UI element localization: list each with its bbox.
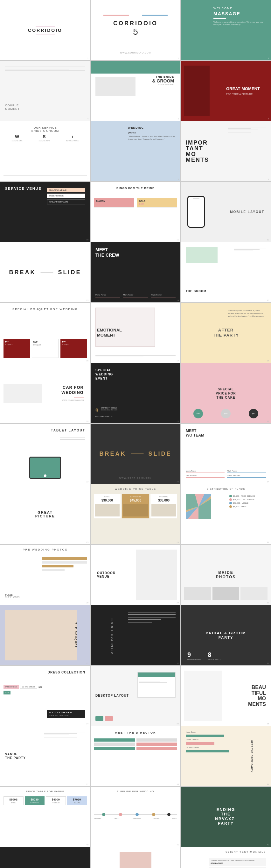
slide-14-title: MEETTHE CREW	[95, 247, 119, 258]
slide-40-title: PRICE TABLE FOR VANUE	[26, 790, 65, 793]
slide-12-phone	[188, 196, 205, 228]
slide-40: PRICE TABLE FOR VANUE $500S BASIC $8030 …	[0, 786, 90, 847]
slide-16-title: SPECIAL BOUQUET FOR WEDDING	[12, 308, 78, 311]
slide-40-c3: $4000 PREMIUM	[46, 796, 66, 805]
slide-32-title: AFTER PARTY NIGHT	[110, 617, 113, 654]
slide-27-pie	[186, 494, 211, 519]
slide-34-suit: SUIT COLLECTION BLACK SUIT WHITE SUIT	[47, 710, 85, 718]
slide-20-num: 20	[176, 420, 179, 422]
slide-19-content: CAR FORWEDDING WWW.CORRIDOIO.COM	[61, 385, 83, 401]
slide-23-line	[131, 454, 144, 454]
slide-9-num: 9	[268, 178, 269, 180]
slide-4-subtitle-text: MOMENT	[5, 107, 20, 111]
slide-28: PRE WEDDING PHOTOS PLACE THE PHOTOS 28	[0, 545, 90, 605]
slide-20-content: SPECIALWEDDINGEVENT	[95, 368, 113, 380]
dot-3	[135, 813, 139, 816]
slide-17-box	[95, 308, 155, 347]
legend-4: $8,500 - MUSIC	[229, 505, 268, 508]
dot-4	[152, 813, 155, 816]
slide-6-num: 6	[268, 118, 269, 120]
slide-24-row2: Grace Porter Lucas Plummer	[186, 474, 266, 477]
slide-8-num: 8	[178, 178, 179, 180]
tl2	[5, 68, 53, 68]
tl1	[5, 66, 85, 67]
slide-2-sub: WWW.CORRIDOIO.COM	[91, 52, 180, 54]
slide-34-num: 34	[86, 723, 89, 725]
slide-23-url: WWW.CORRIDOIO.COM	[91, 477, 180, 479]
slide-1-num: 1	[88, 57, 89, 59]
slide-41-num: 41	[176, 844, 179, 846]
slide-23-break-word: BREAK	[99, 451, 126, 457]
dot-2	[119, 813, 122, 816]
slide-5-bride: THE BRIDE & GROOM John & Jane Smith	[153, 75, 174, 85]
slide-3-line	[213, 18, 226, 19]
slide-22-num: 22	[86, 481, 89, 483]
slide-26-table: BASIC $30,000 STANDARD $45,000 PREMIUM $…	[94, 494, 177, 518]
slide-38-boxes	[94, 738, 177, 751]
legend-3: $50,000 - VENUE	[229, 502, 268, 504]
slide-7-icons: W SERVICE ONE S SERVICE TWO i SERVICE TH…	[3, 134, 87, 142]
slide-7-num: 7	[88, 178, 89, 180]
slide-19-image-area	[3, 384, 42, 403]
slide-11-num: 11	[176, 239, 179, 241]
slide-12-label: MOBILE LAYOUT	[230, 210, 264, 214]
slide-4-title: COUPLE MOMENT	[5, 104, 20, 111]
slide-38-title: MEET THE DIRECTOR	[115, 731, 156, 734]
slide-5-photo-area	[95, 77, 135, 116]
slide-9-content: IMPORTANTMOMENTS	[186, 140, 209, 163]
slide-42-num: 42	[267, 844, 269, 846]
slide-19-num: 19	[86, 420, 89, 422]
slide-45-q1: "The best wedding planner I have ever se…	[209, 858, 266, 866]
slide-25-num: 25	[86, 541, 89, 543]
slide-2: CORRIDOIO 5 WWW.CORRIDOIO.COM 2	[90, 0, 181, 61]
slide-11: RINGS FOR THE BRIDE DIAMON $95 GOLD $70 …	[90, 182, 181, 242]
slide-24-title: MEETWO TEAM	[186, 429, 204, 438]
slide-28-place: PLACE THE PHOTOS	[5, 594, 20, 598]
slide-13-slide-word: SLIDE	[58, 269, 81, 276]
slide-18-title: AFTERTHE PARTY	[213, 328, 239, 338]
slide-4-couple: COUPLE MOMENT	[5, 104, 20, 111]
slide-30-num: 30	[267, 602, 269, 604]
slide-1: CORRIDOIO 1	[0, 0, 90, 61]
slide-29: OUTDOORVENUE 29	[90, 545, 181, 605]
slide-44: SPECIAL EVENT 44	[90, 847, 181, 868]
slide-8-content: WEDDING QUOTES "When I sleep, I dream of…	[128, 126, 176, 141]
slide-12-num: 12	[267, 239, 269, 241]
slide-11-rings: DIAMON $95 GOLD $70	[94, 198, 177, 208]
slide-11-ring1: DIAMON $95	[94, 198, 134, 208]
slide-10-title: SERVICE VENUE	[5, 187, 42, 190]
slide-36-num: 36	[267, 723, 269, 725]
slide-14: MEETTHE CREW Maria Porter Mark Foster Ma…	[90, 242, 181, 303]
logo-line-2	[36, 34, 55, 34]
icon-s-label: SERVICE TWO	[39, 140, 50, 142]
slide-20-title: SPECIALWEDDINGEVENT	[95, 368, 113, 380]
slide-2-num: 2	[178, 57, 179, 59]
slide-45-quotes: "The best wedding planner I have ever se…	[209, 857, 266, 868]
slide-23-slide-word: SLIDE	[148, 451, 172, 457]
slide-5-num: 5	[178, 118, 179, 120]
slide-1-title: CORRIDOIO	[28, 28, 62, 33]
tl3	[5, 69, 69, 69]
slide-7-t1: OUR SERVICE	[32, 126, 59, 129]
slide-3: WELCOME MASSAGE Welcome to our wedding p…	[181, 0, 271, 61]
slide-39-bars: Nuria Green Marco Thomas Lucas Plummer	[186, 731, 234, 781]
slide-24-row1: Maria Porter Mark Foster	[186, 470, 266, 473]
slide-39: MEET THE CREW PARTY Nuria Green Marco Th…	[181, 726, 271, 786]
slide-18: AFTERTHE PARTY "Love recognizes no barri…	[181, 303, 271, 363]
slide-41-title: TIMELINE FOR WEDDING	[117, 790, 154, 793]
slide-21-num: 21	[267, 420, 269, 422]
slide-5-text: John & Jane Smith	[153, 84, 174, 85]
slide-2-blue-bar	[142, 14, 168, 16]
slide-2-title: CORRIDOIO 5	[113, 20, 158, 37]
slide-34-title: DRESS COLLECTION	[48, 671, 85, 674]
dot-1	[102, 813, 105, 816]
logo-line	[36, 26, 55, 26]
slide-41-line	[94, 814, 177, 815]
slide-20: SPECIALWEDDINGEVENT q CURRENT SHOW Detai…	[90, 363, 181, 424]
slide-7-t2: BRIDE & GROOM	[32, 129, 59, 132]
slide-41-labels: PREPARE DRESS CEREMONY DINNER PARTY	[94, 817, 177, 819]
slide-10: SERVICE VENUE BEAUTIFUL VENUE SWEET BRID…	[0, 182, 90, 242]
slide-22-title: TABLET LAYOUT	[51, 429, 85, 432]
slide-17: EMOTIONALMOMENT 17	[90, 303, 181, 363]
slide-10-item2: SWEET BRIDGE	[47, 194, 85, 198]
